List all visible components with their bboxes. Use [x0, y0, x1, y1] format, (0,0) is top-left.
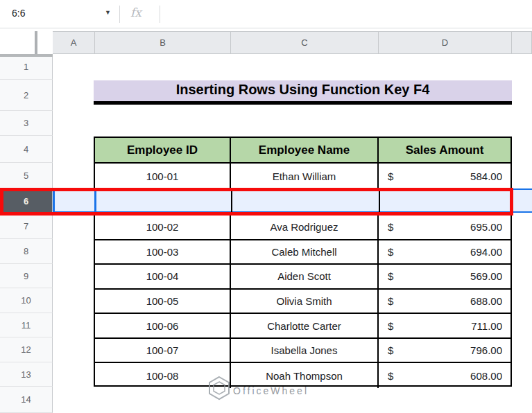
employee-table-lower: 100-02 Ava Rodriguez $ 695.00 100-03 Cal…	[94, 214, 512, 387]
amount-value: 569.00	[470, 270, 502, 282]
currency-symbol: $	[388, 370, 393, 382]
sales-amount-cell[interactable]: $ 569.00	[379, 265, 510, 288]
fx-icon: fx	[130, 6, 141, 19]
row-header-14[interactable]: 14	[0, 387, 53, 413]
freeze-divider-horizontal[interactable]	[0, 54, 53, 57]
employee-id-cell[interactable]: 100-01	[95, 164, 231, 189]
table-row: 100-02 Ava Rodriguez $ 695.00	[95, 216, 510, 240]
column-header-A[interactable]: A	[53, 31, 95, 54]
amount-value: 711.00	[471, 320, 502, 332]
table-header-cell[interactable]: Employee Name	[231, 138, 379, 162]
row-header-1[interactable]: 1	[0, 54, 53, 80]
row-header-8[interactable]: 8	[0, 239, 53, 264]
employee-name-cell[interactable]: Aiden Scott	[231, 265, 379, 288]
currency-symbol: $	[388, 270, 393, 282]
table-row: 100-06 Charlotte Carter $ 711.00	[95, 314, 510, 339]
employee-name-cell[interactable]: Caleb Mitchell	[231, 240, 379, 264]
employee-name-cell[interactable]: Charlotte Carter	[231, 314, 379, 337]
amount-value: 584.00	[470, 170, 502, 182]
employee-table-upper: Employee IDEmployee NameSales Amount 100…	[94, 137, 512, 189]
table-header-cell[interactable]: Employee ID	[95, 138, 231, 162]
employee-name-cell[interactable]: Isabella Jones	[231, 339, 379, 362]
inserted-row-annotation-box	[0, 188, 513, 216]
table-row: 100-07 Isabella Jones $ 796.00	[95, 339, 510, 364]
sales-amount-cell[interactable]: $ 584.00	[379, 164, 510, 189]
employee-id-cell[interactable]: 100-05	[95, 290, 231, 313]
row-header-11[interactable]: 11	[0, 313, 53, 337]
namebox-dropdown-icon[interactable]: ▼	[105, 9, 111, 16]
table-header-row: Employee IDEmployee NameSales Amount	[95, 138, 510, 164]
employee-name-cell[interactable]: Ava Rodriguez	[231, 216, 379, 239]
sales-amount-cell[interactable]: $ 695.00	[379, 216, 510, 239]
row-header-3[interactable]: 3	[0, 111, 53, 136]
formula-toolbar: 6:6 ▼ fx	[0, 0, 532, 28]
employee-id-cell[interactable]: 100-07	[95, 339, 231, 362]
watermark-text: OfficeWheel	[233, 385, 309, 396]
employee-id-cell[interactable]: 100-06	[95, 314, 231, 337]
watermark: OfficeWheel	[208, 373, 347, 403]
title-banner-cell[interactable]: Inserting Rows Using Function Key F4	[94, 80, 512, 105]
table-row: 100-04 Aiden Scott $ 569.00	[95, 265, 510, 290]
currency-symbol: $	[388, 246, 393, 258]
amount-value: 796.00	[470, 344, 502, 356]
employee-id-cell[interactable]: 100-03	[95, 240, 231, 264]
amount-value: 695.00	[470, 221, 502, 233]
row-header-13[interactable]: 13	[0, 362, 53, 387]
table-header-cell[interactable]: Sales Amount	[379, 138, 510, 162]
row-header-5[interactable]: 5	[0, 163, 53, 189]
column-header-partial[interactable]	[512, 31, 532, 54]
employee-name-cell[interactable]: Olivia Smith	[231, 290, 379, 313]
currency-symbol: $	[388, 295, 393, 307]
employee-id-cell[interactable]: 100-02	[95, 216, 231, 239]
employee-id-cell[interactable]: 100-04	[95, 265, 231, 288]
toolbar-divider	[119, 6, 120, 23]
sales-amount-cell[interactable]: $ 688.00	[379, 290, 510, 313]
table-row: 100-01 Ethan William $ 584.00	[95, 164, 510, 189]
column-header-B[interactable]: B	[95, 31, 231, 54]
sales-amount-cell[interactable]: $ 796.00	[379, 339, 510, 362]
table-row: 100-03 Caleb Mitchell $ 694.00	[95, 240, 510, 265]
amount-value: 608.00	[470, 370, 502, 382]
row-header-12[interactable]: 12	[0, 337, 53, 362]
employee-name-cell[interactable]: Ethan William	[231, 164, 379, 189]
row-header-9[interactable]: 9	[0, 264, 53, 288]
sales-amount-cell[interactable]: $ 608.00	[379, 363, 510, 388]
currency-symbol: $	[388, 344, 393, 356]
amount-value: 688.00	[470, 295, 502, 307]
row-header-4[interactable]: 4	[0, 136, 53, 163]
amount-value: 694.00	[470, 246, 502, 258]
row-header-10[interactable]: 10	[0, 288, 53, 313]
officewheel-logo-icon	[208, 376, 230, 401]
sales-amount-cell[interactable]: $ 711.00	[379, 314, 510, 337]
toolbar-divider	[160, 6, 160, 23]
row-header-2[interactable]: 2	[0, 80, 53, 111]
column-header-D[interactable]: D	[379, 31, 512, 54]
column-header-C[interactable]: C	[231, 31, 379, 54]
currency-symbol: $	[388, 320, 393, 332]
currency-symbol: $	[388, 170, 393, 182]
currency-symbol: $	[388, 221, 393, 233]
column-header-row: ABCD	[0, 31, 532, 54]
name-box[interactable]: 6:6	[12, 8, 25, 19]
row-header-7[interactable]: 7	[0, 214, 53, 239]
title-text: Inserting Rows Using Function Key F4	[176, 82, 430, 98]
freeze-divider-vertical[interactable]	[35, 31, 37, 57]
table-row: 100-05 Olivia Smith $ 688.00	[95, 290, 510, 315]
sales-amount-cell[interactable]: $ 694.00	[379, 240, 510, 264]
